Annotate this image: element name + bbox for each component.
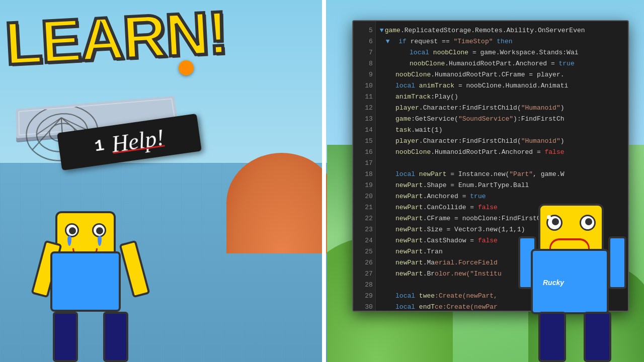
line-num-14: 14 [356, 125, 373, 136]
code-line-11: animTrack:Play() [380, 92, 624, 103]
orange-circle-accent [179, 60, 194, 75]
code-line-15: player.Character:FindFirstChild("Humanoi… [380, 136, 624, 147]
char-left-tear-left [67, 236, 71, 246]
char-left-eye-left [65, 223, 79, 237]
char-left-leg-left [53, 312, 78, 362]
char-left-eye-right [92, 223, 106, 237]
line-num-12: 12 [356, 103, 373, 114]
code-line-17 [380, 158, 624, 169]
code-line-13: game:GetService("SoundService"):FindFirs… [380, 114, 624, 125]
main-container: LEARN! [0, 0, 644, 362]
panel-divider [322, 0, 326, 362]
line-num-17: 17 [356, 158, 373, 169]
help-number: 1 [94, 136, 106, 156]
line-num-22: 22 [356, 213, 373, 224]
line-num-28: 28 [356, 280, 373, 291]
char-right-eye-left [546, 215, 562, 231]
char-left-tear-right [98, 236, 102, 246]
learn-title: LEARN! [4, 2, 228, 74]
help-text: Help! [110, 124, 166, 157]
code-line-10: local animTrack = noobClone.Humanoid.Ani… [380, 80, 624, 92]
left-panel: LEARN! [0, 0, 327, 362]
line-num-9: 9 [356, 69, 373, 80]
line-num-7: 7 [356, 47, 373, 58]
code-line-8: noobClone.HumanoidRootPart.Anchored = tr… [380, 58, 624, 69]
char-right-leg-left [538, 312, 566, 362]
line-num-11: 11 [356, 92, 373, 103]
line-num-10: 10 [356, 80, 373, 92]
right-panel: 5 6 7 8 9 10 11 12 13 14 15 16 17 18 19 … [327, 0, 644, 362]
line-num-8: 8 [356, 58, 373, 69]
code-line-9: noobClone.HumanoidRootPart.CFrame = play… [380, 69, 624, 80]
line-num-18: 18 [356, 169, 373, 180]
char-right-leg-right [584, 312, 611, 362]
code-line-14: task.wait(1) [380, 125, 624, 136]
char-left-leg-right [103, 312, 128, 362]
line-num-25: 25 [356, 246, 373, 257]
line-num-21: 21 [356, 202, 373, 213]
line-num-26: 26 [356, 257, 373, 268]
character-right: Rucky [518, 186, 629, 362]
line-numbers: 5 6 7 8 9 10 11 12 13 14 15 16 17 18 19 … [353, 21, 376, 311]
char-right-torso-label: Rucky [543, 279, 564, 287]
line-num-29: 29 [356, 291, 373, 302]
char-right-torso: Rucky [531, 249, 609, 314]
code-line-12: player.Character:FindFirstChild("Humanoi… [380, 103, 624, 114]
line-num-24: 24 [356, 235, 373, 246]
char-right-arm-right [608, 236, 626, 289]
code-line-7: local noobClone = game.Workspace.Stands:… [380, 47, 624, 58]
character-left [40, 201, 141, 362]
line-num-27: 27 [356, 268, 373, 280]
code-line-16: noobClone.HumanoidRootPart.Anchored = fa… [380, 147, 624, 158]
code-line-18: local newPart = Instance.new("Part", gam… [380, 169, 624, 180]
line-num-16: 16 [356, 147, 373, 158]
code-line-6: ▼ if request == "TimeStop" then [380, 36, 624, 47]
line-num-23: 23 [356, 224, 373, 235]
line-num-5: 5 [356, 25, 373, 36]
line-num-15: 15 [356, 136, 373, 147]
char-left-torso [50, 251, 121, 312]
line-num-6: 6 [356, 36, 373, 47]
hill-orange [226, 153, 327, 253]
char-right-eye-right [580, 215, 596, 231]
line-num-19: 19 [356, 180, 373, 191]
code-line-5: ▼game.ReplicatedStorage.Remotes.Ability.… [380, 25, 624, 36]
line-num-20: 20 [356, 191, 373, 202]
line-num-13: 13 [356, 114, 373, 125]
line-num-30: 30 [356, 302, 373, 312]
